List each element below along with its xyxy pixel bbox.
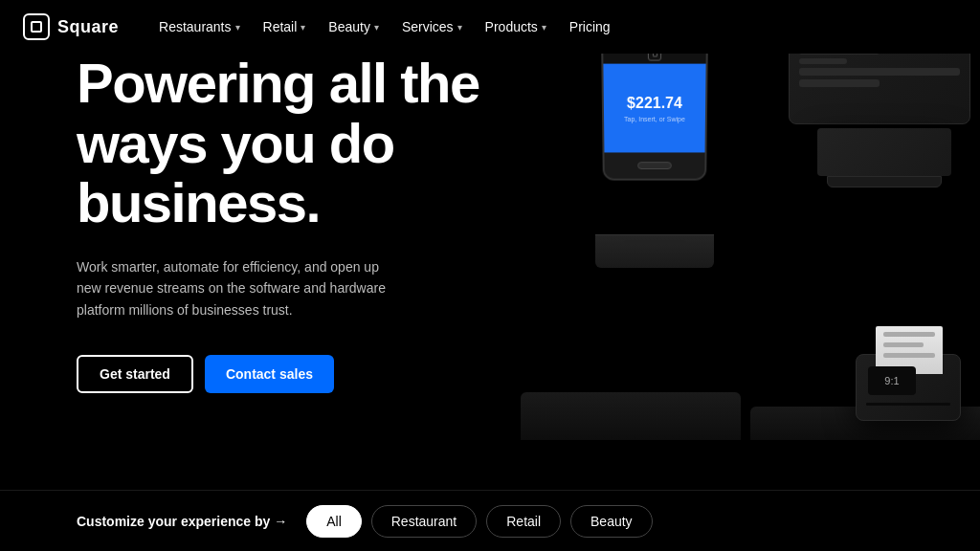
receipt-line: [883, 332, 935, 337]
filter-pill-all[interactable]: All: [306, 505, 362, 538]
navigation: Square Restaurants ▾ Retail ▾ Beauty ▾ S…: [0, 0, 980, 54]
brand-name: Square: [57, 17, 119, 37]
receipt-line-short: [883, 342, 924, 347]
terminal-home-button: [637, 162, 672, 169]
nav-items: Restaurants ▾ Retail ▾ Beauty ▾ Services…: [149, 13, 620, 40]
device-terminal: $221.74 Tap, Insert, or Swipe: [578, 57, 731, 268]
filter-pill-retail[interactable]: Retail: [486, 505, 561, 538]
chevron-down-icon: ▾: [301, 22, 305, 33]
register-line-2: [799, 68, 960, 76]
chevron-down-icon: ▾: [235, 22, 240, 33]
get-started-button[interactable]: Get started: [77, 355, 193, 393]
terminal-amount: $221.74: [627, 95, 682, 112]
platform-main: [521, 392, 741, 440]
hero-content: Powering all the ways you do business. W…: [77, 54, 517, 393]
nav-item-products[interactable]: Products ▾: [476, 13, 556, 40]
chevron-down-icon: ▾: [542, 22, 546, 33]
nav-item-beauty[interactable]: Beauty ▾: [319, 13, 389, 40]
terminal-tap-text: Tap, Insert, or Swipe: [624, 116, 685, 122]
printer-body: 9:1: [856, 354, 961, 421]
terminal-display: $221.74 Tap, Insert, or Swipe: [601, 42, 708, 180]
register-line-tiny: [799, 58, 847, 64]
chevron-down-icon: ▾: [457, 22, 462, 33]
filter-pill-beauty[interactable]: Beauty: [570, 505, 653, 538]
hero-subtitle: Work smarter, automate for efficiency, a…: [77, 256, 402, 320]
printer-slot: [866, 403, 950, 406]
receipt-line-2: [883, 353, 935, 358]
printer-time: 9:1: [884, 375, 899, 386]
bottom-bar: Customize your experience by → All Resta…: [0, 490, 980, 551]
logo-icon: [23, 13, 50, 40]
device-printer: 9:1: [856, 354, 970, 421]
filter-pills: All Restaurant Retail Beauty: [306, 505, 652, 538]
nav-item-services[interactable]: Services ▾: [392, 13, 472, 40]
chevron-down-icon: ▾: [374, 22, 379, 33]
hero-title: Powering all the ways you do business.: [77, 54, 517, 233]
printer-screen: 9:1: [868, 366, 916, 395]
register-stand: [817, 128, 951, 176]
terminal-screen-blue: $221.74 Tap, Insert, or Swipe: [603, 64, 705, 153]
logo-inner-box: [31, 21, 42, 33]
nav-item-retail[interactable]: Retail ▾: [254, 13, 316, 40]
customize-label: Customize your experience by →: [77, 514, 287, 529]
register-base: [827, 176, 942, 187]
filter-pill-restaurant[interactable]: Restaurant: [371, 505, 477, 538]
hero-buttons: Get started Contact sales: [77, 355, 517, 393]
nav-item-restaurants[interactable]: Restaurants ▾: [149, 13, 249, 40]
nav-item-pricing[interactable]: Pricing: [560, 13, 620, 40]
logo[interactable]: Square: [23, 13, 119, 40]
terminal-screen-bottom: [604, 152, 704, 178]
register-line-short-2: [799, 79, 880, 87]
contact-sales-button[interactable]: Contact sales: [205, 355, 334, 393]
terminal-stand: [595, 234, 714, 268]
hero-visual: $221.74 Tap, Insert, or Swipe Pay $221.7…: [444, 0, 980, 440]
